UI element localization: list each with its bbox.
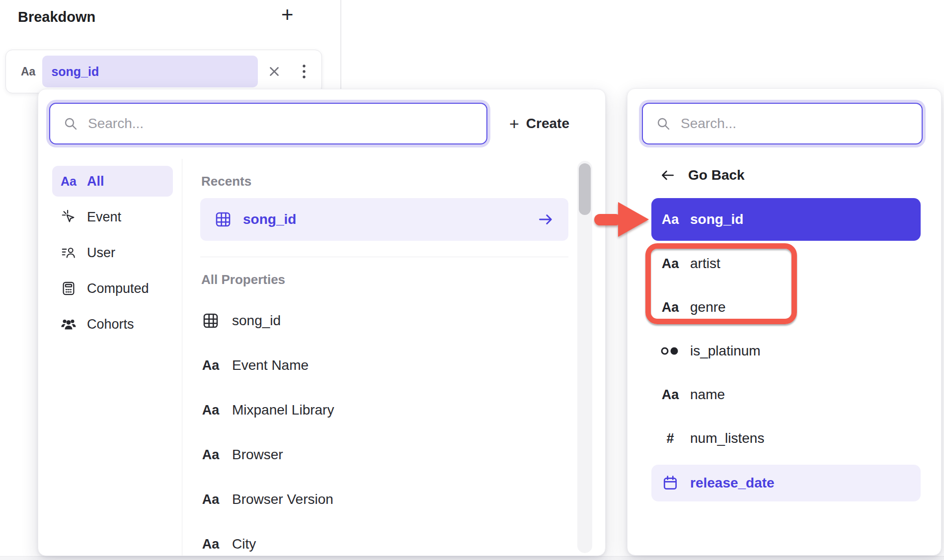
all-properties-header: All Properties	[201, 272, 568, 287]
text-type-icon: Aa	[201, 492, 220, 507]
text-type-icon: Aa	[60, 174, 77, 189]
remove-breakdown-icon[interactable]	[267, 64, 282, 79]
table-grid-icon	[201, 312, 220, 330]
text-type-icon: Aa	[660, 212, 680, 227]
detail-item-release-date[interactable]: release_date	[651, 465, 921, 501]
property-item-song-id[interactable]: song_id	[200, 298, 568, 343]
detail-item-num-listens[interactable]: # num_listens	[651, 417, 921, 460]
picker-scrollbar-thumb[interactable]	[579, 163, 591, 215]
text-type-icon: Aa	[660, 256, 680, 272]
category-cohorts[interactable]: Cohorts	[52, 309, 173, 340]
recent-property-song-id[interactable]: song_id	[200, 198, 568, 241]
detail-search-input[interactable]	[681, 116, 914, 132]
property-item-browser[interactable]: Aa Browser	[200, 432, 568, 477]
go-back-button[interactable]: Go Back	[659, 167, 745, 183]
arrow-left-icon	[659, 167, 675, 183]
recents-header: Recents	[201, 174, 568, 189]
property-item-mixpanel-library[interactable]: Aa Mixpanel Library	[200, 388, 568, 432]
breakdown-property-chip[interactable]: song_id	[42, 56, 258, 87]
category-computed[interactable]: Computed	[52, 273, 173, 304]
section-divider	[200, 257, 568, 257]
plus-icon: +	[509, 115, 519, 132]
detail-item-is-platinum[interactable]: is_platinum	[651, 329, 921, 373]
property-item-event-name[interactable]: Aa Event Name	[200, 343, 568, 388]
people-group-icon	[60, 317, 77, 332]
property-item-city[interactable]: Aa City	[200, 522, 568, 560]
text-type-icon: Aa	[201, 537, 220, 552]
search-icon	[656, 116, 671, 131]
detail-item-song-id[interactable]: Aa song_id	[651, 198, 921, 241]
detail-property-list: Aa song_id Aa artist Aa genre is_platinu…	[651, 198, 921, 501]
calculator-icon	[60, 280, 77, 296]
category-event[interactable]: Event	[52, 202, 173, 232]
number-type-icon: #	[660, 431, 680, 446]
text-type-icon: Aa	[660, 300, 680, 315]
picker-search-box	[49, 103, 487, 144]
category-all[interactable]: Aa All	[52, 166, 173, 197]
category-sidebar: Aa All Event User Computed	[38, 159, 182, 556]
property-type-icon: Aa	[21, 65, 35, 78]
search-icon	[63, 116, 78, 131]
calendar-icon	[660, 475, 680, 491]
text-type-icon: Aa	[660, 387, 680, 403]
text-type-icon: Aa	[201, 403, 220, 418]
category-user[interactable]: User	[52, 237, 173, 268]
text-type-icon: Aa	[201, 447, 220, 463]
breakdown-chip-card: Aa song_id	[5, 50, 322, 93]
detail-item-name[interactable]: Aa name	[651, 373, 921, 417]
text-type-icon: Aa	[201, 358, 220, 373]
user-icon	[60, 245, 77, 261]
detail-item-artist[interactable]: Aa artist	[651, 242, 921, 285]
table-grid-icon	[214, 210, 232, 228]
property-picker-dropdown: + Create Aa All Event User	[38, 89, 606, 556]
property-item-browser-version[interactable]: Aa Browser Version	[200, 477, 568, 522]
detail-item-genre[interactable]: Aa genre	[651, 285, 921, 329]
property-list: Recents song_id All Properties song_id A…	[182, 159, 605, 556]
picker-search-input[interactable]	[88, 116, 478, 132]
boolean-type-icon	[660, 345, 680, 357]
drill-in-arrow-right-icon[interactable]	[538, 211, 554, 228]
detail-search-box	[642, 103, 923, 144]
add-breakdown-button[interactable]: +	[281, 3, 294, 27]
create-property-button[interactable]: + Create	[509, 115, 569, 132]
event-cursor-icon	[60, 209, 77, 225]
breakdown-property-value: song_id	[51, 65, 99, 79]
picker-scrollbar-track[interactable]	[577, 161, 592, 553]
chip-menu-kebab-icon[interactable]	[300, 63, 309, 80]
property-detail-dropdown: Go Back Aa song_id Aa artist Aa genre is…	[627, 88, 942, 556]
breakdown-section-title: Breakdown	[18, 9, 95, 25]
